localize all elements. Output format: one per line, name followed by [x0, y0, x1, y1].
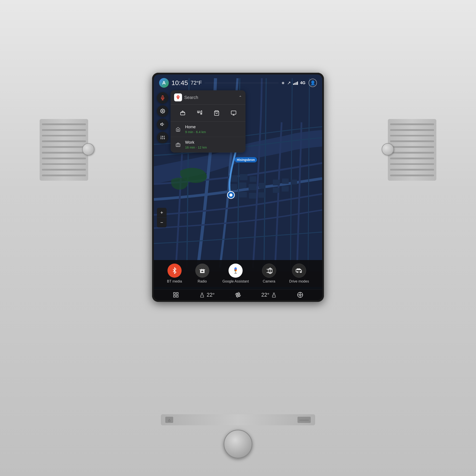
- vent-knob-right[interactable]: [382, 143, 394, 155]
- volume-icon: [160, 122, 165, 127]
- svg-rect-15: [273, 187, 279, 193]
- mic-icon: [160, 95, 165, 100]
- car-icon: [296, 267, 302, 274]
- dashboard-surround: Hisingsbron + − A 10:45: [84, 62, 392, 414]
- left-temp-value: 22°: [207, 292, 215, 298]
- car-interior: Hisingsbron + − A 10:45: [0, 0, 476, 476]
- drive-modes-icon: [292, 264, 306, 278]
- work-destination[interactable]: Work 16 min · 12 km: [170, 137, 245, 153]
- volume-button[interactable]: [157, 119, 168, 130]
- car-settings-button[interactable]: [297, 292, 303, 298]
- signal-bar-3: [296, 82, 297, 85]
- vent-line: [390, 140, 434, 142]
- svg-marker-22: [161, 123, 162, 126]
- right-climate-control[interactable]: 22°: [261, 292, 277, 298]
- vent-line: [42, 129, 86, 131]
- status-separator: [204, 83, 279, 83]
- svg-point-47: [297, 272, 298, 272]
- radio-antenna-icon: [199, 267, 206, 274]
- search-input-area[interactable]: Search ⌃: [184, 95, 242, 100]
- screen-bezel: Hisingsbron + − A 10:45: [152, 73, 324, 302]
- right-temp-value: 22°: [261, 292, 269, 298]
- camera-dock-item[interactable]: Camera: [262, 264, 276, 283]
- radio-dock-item[interactable]: Radio: [195, 264, 209, 283]
- google-assistant-icon: [229, 264, 243, 278]
- vent-line: [390, 163, 434, 165]
- google-assistant-dock-item[interactable]: Google Assistant: [222, 264, 249, 283]
- drive-modes-dock-item[interactable]: Drive modes: [289, 264, 309, 283]
- center-control-knob[interactable]: [224, 430, 252, 458]
- bt-media-dock-item[interactable]: BT media: [167, 264, 182, 283]
- svg-rect-52: [176, 295, 178, 297]
- zoom-out-button[interactable]: −: [157, 218, 167, 227]
- settings-button[interactable]: [157, 105, 168, 117]
- left-vent: [40, 119, 88, 181]
- category-shopping-button[interactable]: [211, 108, 222, 118]
- control-btn-1[interactable]: △: [165, 417, 173, 423]
- svg-rect-40: [176, 144, 180, 147]
- bluetooth-icon: ∗: [281, 80, 285, 85]
- svg-rect-5: [239, 183, 246, 188]
- home-dest-detail: 9 min · 6.4 km: [185, 130, 242, 134]
- equalizer-button[interactable]: [157, 132, 168, 143]
- vent-line: [390, 135, 434, 137]
- work-icon: [174, 141, 182, 149]
- search-label: Search: [184, 95, 198, 100]
- seat-heat-right-icon: [271, 292, 277, 298]
- vent-line: [390, 174, 434, 176]
- zoom-in-button[interactable]: +: [157, 208, 167, 218]
- vent-line: [42, 174, 86, 176]
- category-restaurant-button[interactable]: [194, 108, 205, 118]
- work-dest-name: Work: [185, 140, 242, 145]
- grid-icon: [173, 292, 179, 298]
- chevron-up-icon: ⌃: [239, 95, 242, 100]
- control-btn-2[interactable]: ———: [298, 417, 311, 423]
- vent-knob-left[interactable]: [82, 143, 94, 155]
- app-grid-button[interactable]: [173, 292, 179, 298]
- navigation-icon: ↗: [287, 80, 291, 85]
- profile-icon[interactable]: 👤: [308, 79, 317, 87]
- svg-point-48: [300, 272, 301, 272]
- monitor-icon: [231, 110, 237, 116]
- svg-rect-14: [291, 180, 297, 185]
- category-bank-button[interactable]: [177, 108, 188, 118]
- svg-rect-16: [282, 186, 289, 191]
- climate-bar: 22° 22°: [154, 289, 322, 300]
- camera-icon: [262, 264, 276, 278]
- search-header[interactable]: Search ⌃: [170, 90, 245, 105]
- svg-point-18: [229, 193, 233, 197]
- camera-svg-icon: [266, 267, 272, 274]
- google-maps-icon: [174, 93, 182, 101]
- bt-media-icon: [168, 264, 182, 278]
- steering-wheel-icon: [297, 292, 303, 298]
- home-destination[interactable]: Home 9 min · 6.4 km: [170, 122, 245, 137]
- bt-media-label: BT media: [167, 279, 182, 283]
- vent-line: [390, 129, 434, 131]
- status-right: ∗ ↗ 4G 👤: [281, 79, 317, 87]
- main-screen: Hisingsbron + − A 10:45: [154, 74, 322, 300]
- work-dest-info: Work 16 min · 12 km: [185, 140, 242, 149]
- category-monitor-button[interactable]: [228, 108, 239, 118]
- restaurant-icon: [197, 110, 203, 116]
- bottom-dock: BT media Radio: [154, 260, 322, 287]
- svg-rect-37: [231, 111, 236, 114]
- search-panel: Search ⌃: [170, 90, 245, 153]
- home-dest-name: Home: [185, 125, 242, 129]
- time-temp: 10:45 72°F: [171, 79, 202, 87]
- drive-modes-label: Drive modes: [289, 279, 309, 283]
- vent-line: [42, 169, 86, 170]
- left-climate-control[interactable]: 22°: [199, 292, 215, 298]
- google-assistant-label: Google Assistant: [222, 279, 249, 283]
- fan-control[interactable]: [235, 292, 241, 298]
- svg-rect-6: [249, 184, 256, 190]
- bluetooth-music-icon: [171, 267, 178, 274]
- bank-icon: [180, 110, 186, 116]
- svg-rect-2: [240, 174, 247, 180]
- svg-point-55: [300, 294, 301, 296]
- vent-line: [42, 140, 86, 142]
- mic-button[interactable]: [157, 92, 168, 103]
- signal-bar-1: [293, 84, 294, 85]
- home-icon: [174, 125, 182, 133]
- equalizer-icon: [160, 135, 165, 140]
- home-dest-info: Home 9 min · 6.4 km: [185, 125, 242, 134]
